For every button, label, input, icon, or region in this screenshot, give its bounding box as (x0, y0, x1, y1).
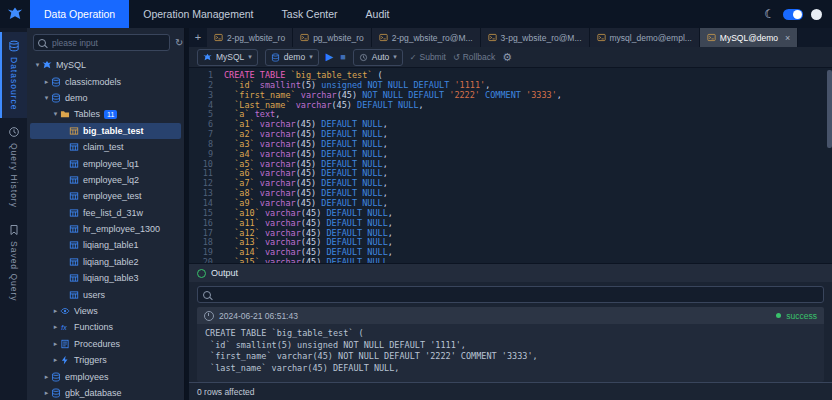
nav-audit[interactable]: Audit (352, 0, 404, 28)
chevron-down-icon[interactable]: ▾ (51, 110, 60, 118)
settings-gear-icon[interactable]: ⚙ (502, 52, 512, 63)
tree-item-procedures[interactable]: ▸Procedures (30, 336, 181, 352)
tab-mysql-demo-empl[interactable]: mysql_demo@empl... (590, 28, 700, 47)
tree-item-label: gbk_database (65, 388, 122, 398)
submit-button[interactable]: ✓ Submit (410, 52, 446, 62)
svg-text:fx: fx (61, 324, 67, 331)
tree-item-liqiang-table3[interactable]: liqiang_table3 (30, 270, 181, 286)
app-body: DatasourceQuery HistorySaved Query ↻ + ▾… (0, 28, 832, 400)
connection-select-value: MySQL (216, 52, 244, 62)
console-icon (707, 33, 716, 42)
nav-operation-management[interactable]: Operation Management (129, 0, 267, 28)
chevron-right-icon[interactable]: ▸ (51, 356, 60, 364)
output-search[interactable] (197, 286, 824, 303)
chevron-down-icon[interactable]: ▾ (42, 94, 51, 102)
topbar-right: ☾ (764, 7, 832, 21)
tables-count-badge: 11 (104, 110, 117, 119)
submit-icon: ✓ (410, 53, 417, 62)
tree-item-classicmodels[interactable]: ▸classicmodels (30, 73, 181, 89)
tree-item-tables[interactable]: ▾Tables11 (30, 106, 181, 122)
chevron-right-icon[interactable]: ▸ (51, 340, 60, 348)
chevron-right-icon[interactable]: ▸ (42, 389, 51, 397)
tree-item-users[interactable]: users (30, 286, 181, 302)
run-button[interactable]: ▶ (326, 52, 334, 62)
search-icon (38, 39, 46, 47)
chevron-right-icon[interactable]: ▸ (51, 323, 60, 331)
output-search-input[interactable] (215, 289, 818, 301)
tab-mysql-demo[interactable]: MySQL@demo× (700, 28, 799, 47)
tree-item-liqiang-table1[interactable]: liqiang_table1 (30, 237, 181, 253)
result-header[interactable]: 2024-06-21 06:51:43 success (197, 307, 824, 324)
activity-rail: DatasourceQuery HistorySaved Query (0, 28, 27, 400)
main-area: + 2-pg_wbsite_ropg_wbsite_ro2-pg_wbsite_… (189, 28, 832, 400)
connection-select[interactable]: MySQL ▾ (197, 49, 258, 66)
theme-moon-icon[interactable]: ☾ (764, 7, 775, 21)
console-icon (379, 33, 388, 42)
tree-item-employees[interactable]: ▸employees (30, 368, 181, 384)
sql-editor[interactable]: 1234567891011121314151617181920 CREATE T… (189, 68, 832, 263)
tree-item-label: MySQL (56, 60, 86, 70)
nav-task-center[interactable]: Task Center (268, 0, 352, 28)
database-select[interactable]: demo ▾ (265, 49, 319, 66)
rollback-button[interactable]: ↺ Rollback (453, 52, 495, 62)
nav-data-operation[interactable]: Data Operation (30, 0, 129, 28)
stop-button[interactable]: ■ (340, 53, 345, 62)
close-tab-icon[interactable]: × (785, 33, 790, 43)
code-area[interactable]: CREATE TABLE `big_table_test` ( `id` sma… (218, 68, 832, 263)
tab-label: 2-pg_wbsite_ro (227, 33, 285, 43)
mysql-icon (42, 60, 52, 70)
tree-item-employee-lq2[interactable]: employee_lq2 (30, 172, 181, 188)
tree-item-employee-lq1[interactable]: employee_lq1 (30, 155, 181, 171)
tab-label: 3-pg_wbsite_ro@M... (501, 33, 582, 43)
chevron-down-icon: ▾ (309, 53, 313, 61)
chevron-down-icon[interactable]: ▾ (33, 61, 42, 69)
tree-item-demo[interactable]: ▾demo (30, 90, 181, 106)
tree-item-label: Procedures (74, 339, 120, 349)
tree-item-big-table-test[interactable]: big_table_test (30, 123, 181, 139)
chevron-right-icon[interactable]: ▸ (42, 78, 51, 86)
tree-item-views[interactable]: ▸Views (30, 303, 181, 319)
table-icon (69, 290, 79, 300)
console-icon (488, 33, 497, 42)
tree-item-hr-employee-1300[interactable]: hr_employee_1300 (30, 221, 181, 237)
refresh-icon[interactable]: ↻ (175, 38, 183, 48)
tree-item-triggers[interactable]: ▸Triggers (30, 352, 181, 368)
tree-item-employee-test[interactable]: employee_test (30, 188, 181, 204)
rail-item-query-history[interactable]: Query History (0, 118, 27, 216)
chevron-right-icon[interactable]: ▸ (51, 307, 60, 315)
triggers-icon (60, 355, 70, 365)
tree-item-liqiang-table2[interactable]: liqiang_table2 (30, 254, 181, 270)
db-icon (51, 93, 61, 103)
output-title: Output (211, 268, 238, 278)
scrollbar-thumb[interactable] (827, 70, 832, 148)
tree-item-mysql[interactable]: ▾MySQL (30, 57, 181, 73)
tab-label: 2-pg_wbsite_ro@M... (392, 33, 473, 43)
sidebar-search[interactable] (33, 34, 170, 51)
tree-item-label: users (83, 290, 105, 300)
tree-item-fee-list-d-31w[interactable]: fee_list_d_31w (30, 205, 181, 221)
rail-item-saved-query[interactable]: Saved Query (0, 216, 27, 310)
tab-2-pg-wbsite-ro[interactable]: 2-pg_wbsite_ro (207, 28, 293, 47)
tree-item-claim-test[interactable]: claim_test (30, 139, 181, 155)
editor-scrollbar[interactable] (827, 68, 832, 263)
folder-icon (60, 109, 70, 119)
chevron-right-icon[interactable]: ▸ (42, 373, 51, 381)
search-icon (203, 291, 211, 299)
table-icon (69, 257, 79, 267)
tree-item-label: liqiang_table2 (83, 257, 139, 267)
user-avatar[interactable] (811, 9, 822, 20)
tab-3-pg-wbsite-ro-m[interactable]: 3-pg_wbsite_ro@M... (481, 28, 590, 47)
output-header[interactable]: Output (189, 264, 832, 282)
new-tab-button[interactable]: + (189, 28, 207, 47)
theme-toggle[interactable] (783, 9, 803, 20)
output-status-icon (197, 269, 206, 278)
sidebar-header: ↻ + (27, 28, 184, 55)
tree-item-gbk-database[interactable]: ▸gbk_database (30, 385, 181, 400)
tree-item-functions[interactable]: ▸fxFunctions (30, 319, 181, 335)
sidebar-search-input[interactable] (50, 37, 165, 49)
tab-pg-wbsite-ro[interactable]: pg_wbsite_ro (293, 28, 372, 47)
rail-item-datasource[interactable]: Datasource (0, 32, 27, 118)
commit-mode-select[interactable]: Auto ▾ (353, 49, 403, 66)
tab-2-pg-wbsite-ro-m[interactable]: 2-pg_wbsite_ro@M... (372, 28, 481, 47)
tree-item-label: fee_list_d_31w (83, 208, 143, 218)
